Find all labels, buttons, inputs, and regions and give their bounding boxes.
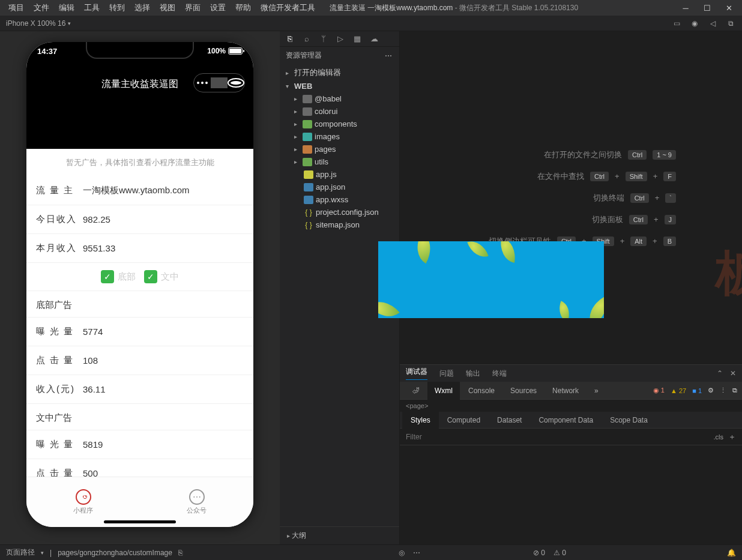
add-rule-icon[interactable]: ＋ xyxy=(728,432,736,442)
miniprogram-icon: ဖ xyxy=(76,489,91,505)
row-bottom-exposure: 曝 光 量5774 xyxy=(26,318,253,346)
error-badge[interactable]: ◉ 1 xyxy=(653,387,665,394)
inspect-icon[interactable]: ⮰ xyxy=(405,382,426,400)
tree-folder[interactable]: ▸utils xyxy=(280,155,399,168)
check-icon: ✓ xyxy=(101,270,114,283)
devtools-tab-debugger[interactable]: 调试器 xyxy=(406,367,427,380)
section-mid-ad: 文中广告 xyxy=(26,404,253,430)
row-owner: 流 量 主一淘模板www.ytaomb.com xyxy=(26,176,253,205)
menu-settings[interactable]: 设置 xyxy=(205,2,231,13)
explorer-header: 资源管理器 ⋯ xyxy=(280,47,399,64)
gear-icon[interactable]: ⚙ xyxy=(708,387,714,394)
styles-tab[interactable]: Styles xyxy=(402,412,439,429)
tree-folder[interactable]: ▸colorui xyxy=(280,105,399,118)
tree-open-editors[interactable]: ▸打开的编辑器 xyxy=(280,65,399,80)
check-middle[interactable]: ✓文中 xyxy=(144,270,179,283)
info-badge[interactable]: ■ 1 xyxy=(692,387,702,394)
cloud-icon[interactable]: ☁ xyxy=(369,34,379,43)
menu-view[interactable]: 视图 xyxy=(155,2,180,13)
kebab-icon[interactable]: ⋮ xyxy=(720,387,726,394)
record-icon[interactable]: ◉ xyxy=(689,19,700,28)
hide-icon[interactable]: ◎ xyxy=(399,549,405,557)
tree-folder[interactable]: ▸@babel xyxy=(280,92,399,105)
menu-wechat-devtools[interactable]: 微信开发者工具 xyxy=(256,2,320,13)
simulator-panel: 14:37 100% 流量主收益装逼图 暂无广告，具体指引查看小程序流量主功能 … xyxy=(0,31,280,544)
more-icon[interactable]: ⋯ xyxy=(385,52,393,60)
capsule-close-icon[interactable] xyxy=(228,78,244,88)
scope-data-tab[interactable]: Scope Data xyxy=(602,412,656,429)
bell-icon[interactable]: 🔔 xyxy=(727,549,736,557)
component-data-tab[interactable]: Component Data xyxy=(530,412,602,429)
chevron-down-icon[interactable]: ▾ xyxy=(41,550,44,556)
more-icon[interactable]: ⋯ xyxy=(413,549,420,557)
tab-official-account[interactable]: ⋯ 公众号 xyxy=(140,477,253,527)
devtools-tab-terminal[interactable]: 终端 xyxy=(492,369,507,379)
phone-icon[interactable]: ▭ xyxy=(671,19,682,28)
device-selector[interactable]: iPhone X 100% 16▾ xyxy=(0,19,77,28)
dock-icon[interactable]: ⧉ xyxy=(732,387,737,394)
tree-file[interactable]: app.wxss xyxy=(280,193,399,206)
status-warnings[interactable]: ⚠ 0 xyxy=(553,549,566,557)
devtools-sources[interactable]: Sources xyxy=(503,382,544,400)
overlay-image xyxy=(378,241,604,318)
search-icon[interactable]: ⌕ xyxy=(301,34,312,43)
tree-folder[interactable]: ▸pages xyxy=(280,143,399,155)
tree-file[interactable]: { }project.config.json xyxy=(280,206,399,218)
explorer-icon[interactable]: ⎘ xyxy=(285,34,295,43)
tree-file[interactable]: app.js xyxy=(280,168,399,181)
window-close[interactable]: ✕ xyxy=(719,1,738,15)
section-bottom-ad: 底部广告 xyxy=(26,291,253,318)
tab-miniprogram[interactable]: ဖ 小程序 xyxy=(26,477,140,527)
ad-notice: 暂无广告，具体指引查看小程序流量主功能 xyxy=(26,149,253,176)
extension-icon[interactable]: ▦ xyxy=(352,34,363,43)
tree-folder[interactable]: ▸images xyxy=(280,130,399,143)
route-path[interactable]: pages/gongzhonghao/customImage xyxy=(58,549,172,557)
menu-file[interactable]: 文件 xyxy=(29,2,54,13)
window-minimize[interactable]: ─ xyxy=(676,1,695,15)
menu-tools[interactable]: 工具 xyxy=(79,2,104,13)
menu-goto[interactable]: 转到 xyxy=(104,2,130,13)
capsule-menu-icon[interactable] xyxy=(194,82,211,84)
window-maximize[interactable]: ☐ xyxy=(698,1,717,15)
tree-root[interactable]: ▾WEB xyxy=(280,80,399,92)
copy-icon[interactable]: ⎘ xyxy=(178,549,182,557)
warning-badge[interactable]: ▲ 27 xyxy=(671,387,686,394)
tree-file[interactable]: { }sitemap.json xyxy=(280,218,399,231)
menu-select[interactable]: 选择 xyxy=(130,2,155,13)
phone-frame: 14:37 100% 流量主收益装逼图 暂无广告，具体指引查看小程序流量主功能 … xyxy=(26,42,253,527)
status-errors[interactable]: ⊘ 0 xyxy=(533,549,545,557)
row-today-income: 今日收入982.25 xyxy=(26,205,253,234)
menu-help[interactable]: 帮助 xyxy=(231,2,256,13)
outline-section[interactable]: ▸ 大纲 xyxy=(280,526,399,544)
devtools-wxml[interactable]: Wxml xyxy=(427,382,460,400)
check-bottom[interactable]: ✓底部 xyxy=(101,270,136,283)
close-icon[interactable]: ✕ xyxy=(730,369,736,378)
styles-filter-input[interactable] xyxy=(406,433,714,441)
dataset-tab[interactable]: Dataset xyxy=(489,412,530,429)
computed-tab[interactable]: Computed xyxy=(439,412,489,429)
tree-folder[interactable]: ▸components xyxy=(280,118,399,130)
status-bar: 页面路径 ▾ | pages/gongzhonghao/customImage … xyxy=(0,544,742,560)
tree-file[interactable]: app.json xyxy=(280,181,399,193)
debug-icon[interactable]: ▷ xyxy=(335,34,346,43)
menu-ui[interactable]: 界面 xyxy=(180,2,205,13)
devtools-network[interactable]: Network xyxy=(545,382,586,400)
menu-project[interactable]: 项目 xyxy=(4,2,29,13)
devtools-tab-problems[interactable]: 问题 xyxy=(439,369,454,379)
devtools-tab-output[interactable]: 输出 xyxy=(466,369,480,379)
wxml-tree[interactable]: <page> xyxy=(400,400,742,412)
editor-area: 在打开的文件之间切换Ctrl1 ~ 9 在文件中查找Ctrl+Shift+F 切… xyxy=(400,31,742,544)
chevron-up-icon[interactable]: ⌃ xyxy=(717,369,723,378)
mini-program-capsule[interactable] xyxy=(193,73,245,92)
git-icon[interactable]: ᛘ xyxy=(318,34,329,43)
devtools-more[interactable]: » xyxy=(587,382,606,400)
row-month-income: 本月收入9551.33 xyxy=(26,234,253,263)
layers-icon[interactable]: ⧉ xyxy=(725,19,736,28)
devtools-console[interactable]: Console xyxy=(461,382,502,400)
cls-toggle[interactable]: .cls xyxy=(714,433,724,441)
tab-bar: ဖ 小程序 ⋯ 公众号 xyxy=(26,477,253,527)
mute-icon[interactable]: ◁ xyxy=(707,19,718,28)
menu-edit[interactable]: 编辑 xyxy=(54,2,79,13)
route-label: 页面路径 xyxy=(6,547,35,558)
devtools-panel: 调试器 问题 输出 终端 ⌃ ✕ ⮰ Wxml Console Sources … xyxy=(400,364,742,544)
